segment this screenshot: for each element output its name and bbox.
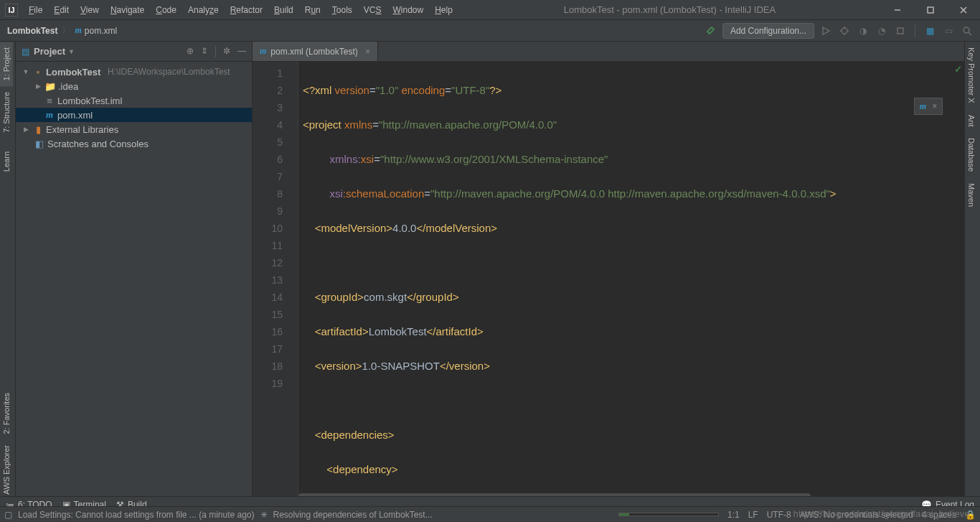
status-indent[interactable]: 4 spaces bbox=[922, 510, 956, 520]
tool-favorites[interactable]: 2: Favorites bbox=[0, 387, 13, 439]
svg-rect-1 bbox=[928, 7, 933, 13]
lock-icon[interactable]: 🔒 bbox=[965, 510, 976, 520]
close-icon[interactable]: × bbox=[932, 101, 937, 111]
menu-help[interactable]: Help bbox=[429, 2, 458, 18]
maven-icon: m bbox=[75, 25, 81, 36]
maximize-button[interactable] bbox=[914, 0, 947, 20]
maven-icon: m bbox=[920, 101, 926, 112]
menu-run[interactable]: Run bbox=[299, 2, 326, 18]
tree-label: External Libraries bbox=[46, 124, 118, 135]
separator bbox=[915, 24, 915, 37]
menu-tools[interactable]: Tools bbox=[326, 2, 358, 18]
tree-external-libs[interactable]: ▶ ▮ External Libraries bbox=[16, 122, 252, 136]
layout2-icon[interactable]: ▭ bbox=[941, 24, 956, 38]
stop-icon[interactable] bbox=[893, 24, 908, 38]
breadcrumb-file[interactable]: mpom.xml bbox=[75, 25, 117, 36]
progress-bar[interactable] bbox=[618, 513, 719, 516]
tab-label: pom.xml (LombokTest) bbox=[270, 47, 357, 57]
menu-code[interactable]: Code bbox=[150, 2, 182, 18]
scratch-icon: ◧ bbox=[34, 139, 45, 149]
editor-area: m pom.xml (LombokTest) × 123456789101112… bbox=[253, 42, 964, 500]
status-position[interactable]: 1:1 bbox=[727, 510, 740, 520]
expand-icon[interactable]: ▶ bbox=[34, 83, 42, 90]
status-encoding[interactable]: UTF-8 bbox=[767, 510, 791, 520]
tree-path: H:\IDEAWorkspace\LombokTest bbox=[108, 67, 230, 77]
tree-pom-file[interactable]: m pom.xml bbox=[16, 108, 252, 122]
project-panel-header: ▤ Project ▼ ⊕ ⇕ ✼ — bbox=[16, 42, 252, 62]
layout-icon[interactable]: ▦ bbox=[923, 24, 937, 38]
line-gutter: 12345678910111213141516171819 bbox=[253, 62, 288, 500]
debug-icon[interactable] bbox=[837, 24, 852, 38]
code-content[interactable]: <?xml version="1.0" encoding="UTF-8"?> <… bbox=[298, 62, 964, 500]
window-title: LombokTest - pom.xml (LombokTest) - Inte… bbox=[458, 4, 881, 15]
status-loadsettings: Load Settings: Cannot load settings from… bbox=[18, 510, 255, 520]
svg-line-11 bbox=[969, 32, 971, 35]
expand-icon[interactable]: ▶ bbox=[22, 126, 30, 133]
tree-iml-file[interactable]: ≡ LombokTest.iml bbox=[16, 93, 252, 108]
target-icon[interactable]: ⊕ bbox=[187, 46, 194, 57]
maven-icon: m bbox=[260, 46, 266, 57]
minimize-button[interactable] bbox=[881, 0, 914, 20]
menu-refactor[interactable]: Refactor bbox=[225, 2, 268, 18]
menu-view[interactable]: View bbox=[75, 2, 105, 18]
tool-ant[interactable]: Ant bbox=[965, 109, 978, 133]
breadcrumb: LombokTest 〉 mpom.xml bbox=[0, 24, 117, 37]
settings-icon[interactable]: ✼ bbox=[223, 46, 230, 57]
tool-database[interactable]: Database bbox=[965, 132, 978, 177]
search-icon[interactable] bbox=[960, 24, 974, 38]
title-bar: IJ File Edit View Navigate Code Analyze … bbox=[0, 0, 980, 20]
tool-learn[interactable]: Learn bbox=[0, 146, 13, 177]
analysis-ok-icon: ✓ bbox=[954, 63, 963, 75]
build-hammer-icon[interactable] bbox=[704, 24, 718, 38]
menu-window[interactable]: Window bbox=[387, 2, 429, 18]
add-configuration-button[interactable]: Add Configuration... bbox=[722, 23, 814, 39]
collapse-icon[interactable]: ⇕ bbox=[201, 46, 208, 57]
editor-tab-pom[interactable]: m pom.xml (LombokTest) × bbox=[253, 42, 378, 61]
tree-scratches[interactable]: ◧ Scratches and Consoles bbox=[16, 136, 252, 151]
menu-file[interactable]: File bbox=[23, 2, 48, 18]
tree-label: .idea bbox=[58, 81, 78, 92]
status-window-icon[interactable]: ▢ bbox=[4, 510, 12, 520]
menu-build[interactable]: Build bbox=[268, 2, 299, 18]
svg-rect-9 bbox=[897, 28, 903, 34]
tree-idea-folder[interactable]: ▶ 📁 .idea bbox=[16, 79, 252, 93]
project-panel: ▤ Project ▼ ⊕ ⇕ ✼ — ▼ ▪ LombokTest H:\ID… bbox=[16, 42, 253, 500]
status-line-sep[interactable]: LF bbox=[748, 510, 758, 520]
menu-edit[interactable]: Edit bbox=[48, 2, 75, 18]
tool-keypromoter[interactable]: Key Promoter X bbox=[965, 42, 978, 109]
tool-project[interactable]: 1: Project bbox=[0, 42, 13, 86]
breadcrumb-separator: 〉 bbox=[62, 24, 70, 37]
maven-icon: m bbox=[44, 109, 55, 121]
project-panel-title[interactable]: Project ▼ bbox=[34, 46, 75, 57]
tool-structure[interactable]: 7: Structure bbox=[0, 86, 13, 139]
module-icon: ▪ bbox=[32, 67, 44, 78]
project-panel-icon: ▤ bbox=[22, 47, 29, 57]
fold-gutter bbox=[288, 62, 298, 500]
tab-close-icon[interactable]: × bbox=[365, 46, 371, 57]
expand-icon[interactable]: ▼ bbox=[22, 68, 30, 75]
main-menu: File Edit View Navigate Code Analyze Ref… bbox=[23, 2, 458, 18]
tree-label: pom.xml bbox=[57, 110, 93, 121]
profile-icon[interactable]: ◔ bbox=[875, 24, 889, 38]
tree-project-root[interactable]: ▼ ▪ LombokTest H:\IDEAWorkspace\LombokTe… bbox=[16, 65, 252, 79]
tool-maven[interactable]: Maven bbox=[965, 177, 978, 213]
svg-point-4 bbox=[842, 28, 847, 34]
coverage-icon[interactable]: ◑ bbox=[856, 24, 870, 38]
hide-icon[interactable]: — bbox=[237, 46, 246, 57]
menu-vcs[interactable]: VCS bbox=[358, 2, 387, 18]
menu-navigate[interactable]: Navigate bbox=[105, 2, 150, 18]
maven-reload-badge[interactable]: m × bbox=[914, 98, 943, 115]
close-button[interactable] bbox=[947, 0, 980, 20]
status-aws[interactable]: AWS: No credentials selected bbox=[800, 510, 913, 520]
error-stripe: ✓ bbox=[956, 62, 964, 500]
tool-aws-explorer[interactable]: AWS Explorer bbox=[0, 439, 13, 500]
status-bar: ▢ Load Settings: Cannot load settings fr… bbox=[0, 506, 980, 522]
folder-icon: 📁 bbox=[44, 81, 56, 92]
spinner-icon: ✳ bbox=[260, 510, 268, 520]
menu-analyze[interactable]: Analyze bbox=[182, 2, 225, 18]
code-area[interactable]: 12345678910111213141516171819 <?xml vers… bbox=[253, 62, 964, 500]
app-logo: IJ bbox=[5, 4, 18, 17]
breadcrumb-project[interactable]: LombokTest bbox=[7, 26, 57, 36]
run-icon[interactable] bbox=[819, 24, 833, 38]
tree-label: LombokTest.iml bbox=[57, 95, 122, 106]
